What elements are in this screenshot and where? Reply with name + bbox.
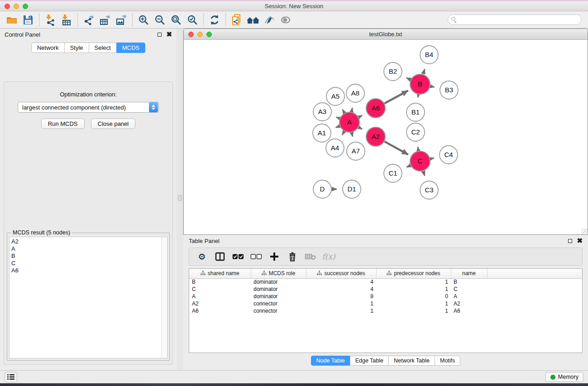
table-row[interactable]: Adominator80A [189,293,582,300]
graph-edge-A-A2[interactable] [359,127,362,129]
zoom-selected-icon[interactable] [184,13,201,27]
open-session-icon[interactable] [4,13,20,27]
panel-splitter[interactable] [177,29,183,370]
graph-node-C1[interactable]: C1 [384,164,402,182]
home-icon[interactable] [245,13,261,27]
graph-node-B[interactable]: B [410,74,430,94]
graph-edge-A-A4[interactable] [342,131,344,135]
network-window-titlebar[interactable]: testGlobe.txt [184,29,588,40]
graph-edge-A-A7[interactable] [352,133,353,137]
tab-network[interactable]: Network [31,43,65,53]
tab-style[interactable]: Style [64,43,89,53]
column-header-successor-nodes[interactable]: successor nodes [306,269,376,278]
result-scrollbar[interactable] [161,237,167,358]
delete-table-icon[interactable] [301,249,320,264]
float-panel-icon[interactable] [158,33,162,37]
task-history-button[interactable] [5,372,17,382]
tab-mcds[interactable]: MCDS [116,43,145,53]
tab-edge-table[interactable]: Edge Table [350,356,389,366]
tab-select[interactable]: Select [89,43,117,53]
deselect-all-icon[interactable] [247,249,265,264]
graph-node-A6[interactable]: A6 [366,99,385,118]
delete-column-icon[interactable] [283,249,301,264]
network-canvas[interactable]: B4B2BB3B1A5A8A6A3AC2A1A2A4A7CC4C1C3DD1 [184,40,588,234]
graph-node-C2[interactable]: C2 [406,123,425,141]
tab-motifs[interactable]: Motifs [435,356,460,366]
function-builder-icon[interactable]: f(x) [320,249,338,264]
import-table-icon[interactable] [58,13,75,27]
mcds-result-item[interactable]: A2 [11,238,159,245]
show-graphics-details-icon[interactable] [277,13,294,27]
graph-edge-A-A8[interactable] [352,108,353,112]
select-all-icon[interactable] [229,249,247,264]
graph-node-C3[interactable]: C3 [420,181,438,199]
graph-edge-A6-B[interactable] [384,91,408,103]
graph-edge-B-B1[interactable] [418,95,418,98]
close-panel-icon[interactable]: ✖ [166,32,172,37]
graph-node-A8[interactable]: A8 [346,84,364,102]
export-network-icon[interactable] [81,13,97,27]
splitter-grip[interactable] [178,195,182,201]
mcds-result-item[interactable]: C [11,260,159,267]
graph-edge-C-C1[interactable] [406,165,411,167]
graph-edge-A2-C[interactable] [384,142,408,155]
graph-edge-B-B4[interactable] [423,69,425,75]
graph-node-A4[interactable]: A4 [326,139,344,157]
zoom-in-icon[interactable] [135,13,152,27]
graph-node-B2[interactable]: B2 [384,62,402,81]
table-row[interactable]: Cdominator41C [189,286,582,293]
import-network-icon[interactable] [42,13,58,27]
graph-node-A2[interactable]: A2 [366,127,385,146]
mcds-result-item[interactable]: B [11,253,159,260]
graph-edge-B-B3[interactable] [430,86,435,87]
add-column-icon[interactable] [265,249,283,264]
graph-node-D[interactable]: D [313,180,331,198]
graph-node-C[interactable]: C [410,151,430,171]
table-row[interactable]: Bdominator41B [189,278,582,286]
close-panel-button[interactable]: Close panel [91,119,136,129]
table-float-panel-icon[interactable] [568,239,572,243]
graph-node-B3[interactable]: B3 [440,81,458,99]
graph-node-B1[interactable]: B1 [406,103,425,121]
graph-node-A5[interactable]: A5 [326,87,344,105]
refresh-icon[interactable] [206,13,223,27]
column-header-name[interactable]: name [451,269,487,278]
graph-edge-C-C2[interactable] [418,147,418,151]
graph-edge-C-C3[interactable] [423,171,425,176]
graph-node-C4[interactable]: C4 [440,146,458,164]
column-header-shared-name[interactable]: shared name [189,269,251,278]
window-resize-grip[interactable] [581,228,587,234]
criterion-select[interactable]: largest connected component (directed) [18,102,159,113]
export-image-icon[interactable] [113,13,129,27]
network-from-clipboard-icon[interactable] [229,13,245,27]
column-header-mcds-role[interactable]: MCDS role [251,269,306,278]
graph-edge-A-A5[interactable] [343,110,344,113]
save-session-icon[interactable] [20,13,36,27]
mcds-result-item[interactable]: A6 [11,267,159,274]
table-row[interactable]: A6connector11A6 [189,307,582,315]
table-close-panel-icon[interactable]: ✖ [577,238,583,243]
run-mcds-button[interactable]: Run MCDS [41,119,85,129]
zoom-out-icon[interactable] [152,13,168,27]
graph-node-A1[interactable]: A1 [313,124,331,142]
hide-labels-icon[interactable] [261,13,277,27]
export-table-icon[interactable] [97,13,113,27]
graph-edge-A-A3[interactable] [336,117,340,119]
zoom-fit-icon[interactable] [168,13,184,27]
graph-edge-B-B2[interactable] [406,78,411,80]
column-header-predecessor-nodes[interactable]: predecessor nodes [376,269,451,278]
graph-node-A3[interactable]: A3 [313,103,331,121]
column-view-icon[interactable] [211,249,229,264]
mcds-result-item[interactable]: A [11,245,159,253]
table-settings-icon[interactable]: ⚙ [193,249,211,264]
graph-node-B4[interactable]: B4 [420,46,438,64]
graph-edge-A-A6[interactable] [359,115,362,117]
tab-network-table[interactable]: Network Table [388,356,435,366]
memory-button[interactable]: Memory [545,372,583,382]
graph-edge-C-C4[interactable] [430,158,434,159]
search-input[interactable] [448,14,582,25]
graph-edge-A-A1[interactable] [336,126,340,128]
graph-node-A[interactable]: A [339,112,359,132]
graph-node-A7[interactable]: A7 [347,142,365,160]
tab-node-table[interactable]: Node Table [311,356,350,366]
